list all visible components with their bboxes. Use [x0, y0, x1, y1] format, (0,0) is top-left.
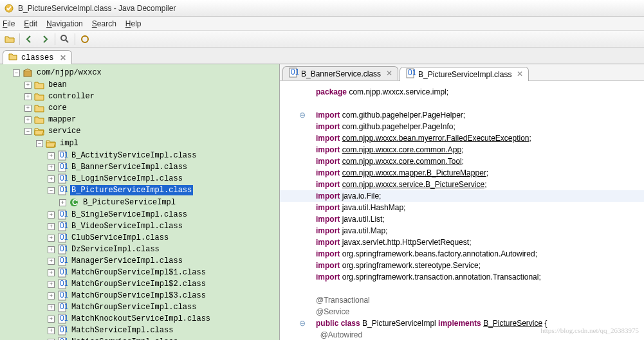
search-button[interactable]	[58, 32, 72, 46]
tree-file[interactable]: DzServiceImpl.class	[70, 244, 161, 255]
code-line: import org.springframework.stereotype.Se…	[280, 260, 644, 271]
package-explorer[interactable]: −com/njpp/wxxcx+bean+controller+core+map…	[0, 64, 280, 340]
svg-text:010: 010	[60, 185, 68, 194]
app-icon	[4, 3, 14, 13]
code-text: import com.njpp.wxxcx.core.common.Tool;	[307, 156, 644, 167]
code-editor[interactable]: package com.njpp.wxxcx.service.impl; ⊖ i…	[280, 81, 644, 340]
expander[interactable]: +	[48, 211, 55, 219]
toolbar-separator	[19, 33, 20, 45]
expander[interactable]: +	[48, 246, 55, 253]
expander[interactable]: +	[48, 281, 55, 288]
tree-folder[interactable]: controller	[47, 91, 96, 102]
tree-file[interactable]: B_VideoServiceImpl.class	[70, 221, 184, 231]
expander[interactable]: +	[48, 269, 55, 276]
tree-file[interactable]: B_SingleServiceImpl.class	[70, 210, 189, 220]
tree-folder-service[interactable]: service	[47, 126, 82, 136]
expander[interactable]: +	[24, 93, 32, 100]
class-file-icon: 010	[57, 291, 68, 301]
forward-button[interactable]	[38, 32, 52, 46]
svg-line-2	[66, 40, 68, 42]
toolbar-separator	[75, 33, 75, 45]
menu-search[interactable]: Search	[92, 19, 116, 28]
expander[interactable]: +	[48, 223, 55, 230]
tree-file[interactable]: MatchGroupServiceImpl.class	[70, 302, 198, 312]
tool-bar	[0, 31, 644, 48]
open-button[interactable]	[3, 32, 17, 46]
editor-tab[interactable]: 010B_BannerService.class✕	[282, 66, 398, 80]
svg-text:010: 010	[60, 174, 68, 183]
class-file-icon: 010	[57, 210, 68, 220]
tree-file[interactable]: ManagerServiceImpl.class	[70, 256, 184, 266]
tree-file[interactable]: B_ActivityServiceImpl.class	[70, 150, 198, 161]
close-icon[interactable]: ✕	[60, 53, 66, 62]
expander[interactable]: −	[36, 140, 43, 147]
menu-help[interactable]: Help	[125, 19, 142, 28]
tree-file[interactable]: NoticeServiceImpl.class	[70, 337, 179, 340]
code-line: import java.util.Map;	[280, 225, 644, 237]
folder-icon	[34, 91, 44, 102]
class-file-icon: 010	[57, 267, 68, 278]
expander[interactable]: +	[24, 105, 32, 112]
code-text: import java.util.List;	[307, 213, 644, 225]
tree-root[interactable]: com/njpp/wxxcx	[35, 67, 103, 78]
code-line: import java.io.File;	[280, 190, 644, 202]
close-icon[interactable]: ✕	[386, 69, 392, 78]
code-line	[280, 98, 644, 109]
tree-file[interactable]: B_LoginServiceImpl.class	[70, 174, 184, 184]
tree-file[interactable]: ClubServiceImpl.class	[70, 233, 170, 243]
svg-text:C: C	[72, 198, 78, 207]
class-file-icon: 010	[57, 150, 68, 161]
expander[interactable]: −	[24, 128, 32, 135]
close-icon[interactable]: ✕	[517, 69, 523, 79]
code-text: import javax.servlet.http.HttpServletReq…	[307, 237, 644, 248]
expander[interactable]: +	[48, 152, 55, 159]
folder-icon	[46, 138, 56, 148]
code-line: ⊖ import com.github.pagehelper.PageHelpe…	[280, 109, 644, 121]
tree-folder[interactable]: core	[47, 103, 68, 113]
tree-folder[interactable]: mapper	[47, 114, 77, 125]
menu-file[interactable]: File	[3, 19, 15, 28]
expander[interactable]: +	[48, 258, 55, 265]
expander[interactable]: +	[48, 175, 55, 183]
tree-file[interactable]: B_PictureServiceImpl.class	[70, 185, 193, 195]
tree-folder[interactable]: bean	[47, 80, 68, 90]
svg-text:010: 010	[60, 314, 68, 323]
back-button[interactable]	[23, 32, 37, 46]
editor-tab-label: B_PictureServiceImpl.class	[418, 70, 511, 79]
expander[interactable]: +	[48, 327, 55, 334]
expander[interactable]: −	[13, 69, 20, 76]
window-title: B_PictureServiceImpl.class - Java Decomp…	[18, 4, 176, 13]
menu-edit[interactable]: Edit	[24, 19, 37, 28]
expander[interactable]: +	[48, 164, 55, 171]
code-line: import org.springframework.transaction.a…	[280, 271, 644, 283]
expander[interactable]: +	[24, 116, 32, 123]
tree-file[interactable]: MatchServiceImpl.class	[70, 325, 174, 336]
expander[interactable]: +	[48, 292, 55, 300]
refresh-button[interactable]	[78, 32, 92, 46]
editor-tab[interactable]: 010B_PictureServiceImpl.class✕	[400, 67, 529, 81]
tree-file[interactable]: MatchGroupServiceImpl$3.class	[70, 291, 207, 301]
code-line	[280, 283, 644, 294]
folder-icon	[34, 103, 44, 113]
tree-file[interactable]: MatchGroupServiceImpl$2.class	[70, 279, 207, 289]
tree-file[interactable]: MatchGroupServiceImpl$1.class	[70, 267, 207, 278]
class-file-icon: 010	[57, 302, 68, 312]
expander[interactable]: +	[48, 304, 55, 311]
code-text: import java.util.Map;	[307, 225, 644, 237]
tree-class[interactable]: B_PictureServiceImpl	[82, 197, 177, 208]
expander[interactable]: +	[48, 235, 55, 242]
expander[interactable]: +	[59, 199, 66, 206]
menu-navigation[interactable]: Navigation	[46, 19, 83, 28]
expander[interactable]: +	[24, 82, 32, 89]
fold-marker[interactable]: ⊖	[298, 109, 307, 121]
svg-text:010: 010	[60, 162, 68, 171]
fold-marker[interactable]: ⊖	[298, 318, 307, 329]
tree[interactable]: −com/njpp/wxxcx+bean+controller+core+map…	[1, 67, 278, 340]
expander[interactable]: +	[48, 316, 55, 323]
tree-file[interactable]: B_BannerServiceImpl.class	[70, 162, 189, 172]
tree-folder-impl[interactable]: impl	[59, 138, 80, 148]
tree-file[interactable]: MatchKnockoutServiceImpl.class	[70, 314, 212, 324]
classes-tab[interactable]: classes ✕	[3, 50, 72, 64]
expander[interactable]: −	[48, 187, 55, 194]
code-line: import javax.servlet.http.HttpServletReq…	[280, 237, 644, 248]
